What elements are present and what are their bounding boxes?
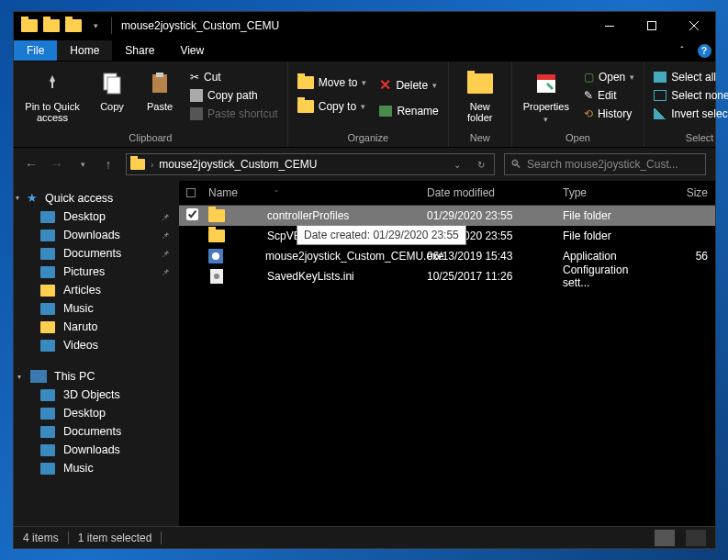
tab-home[interactable]: Home [57,40,112,61]
sidebar-item-articles[interactable]: Articles [14,281,179,299]
large-icons-view-button[interactable] [686,530,706,546]
selectnone-button[interactable]: Select none [650,87,728,104]
invertselection-button[interactable]: Invert selection [650,106,728,122]
paste-icon [145,69,174,98]
column-type[interactable]: Type [555,186,664,199]
svg-rect-0 [605,26,614,27]
sidebar-pc-music[interactable]: Music [14,459,179,477]
column-name[interactable]: Name˄ [201,186,420,199]
copy-icon [97,69,127,98]
search-icon: 🔍︎ [510,158,521,171]
address-folder-icon [130,159,145,170]
pin-icon: 📌︎ [161,267,170,277]
sidebar-pc-documents[interactable]: Documents [14,422,179,441]
moveto-icon [297,76,314,89]
minimize-button[interactable] [588,12,631,39]
up-button[interactable]: ↑ [100,157,117,172]
svg-rect-1 [648,22,656,30]
copyto-button[interactable]: Copy to [294,98,371,115]
sidebar-item-naruto[interactable]: Naruto [14,318,179,336]
svg-rect-10 [187,189,196,197]
sidebar-item-documents[interactable]: Documents📌︎ [14,244,179,263]
sidebar-item-pictures[interactable]: Pictures📌︎ [14,263,179,281]
doc-icon [39,425,56,438]
sidebar-pc-downloads[interactable]: Downloads [14,441,179,459]
open-group-label: Open [518,130,639,145]
row-checkbox[interactable] [186,208,198,220]
newfolder-label: New folder [460,101,500,123]
file-row[interactable]: SavedKeyLists.ini 10/25/2017 11:26 Confi… [179,266,715,286]
copy-label: Copy [100,101,124,112]
address-bar[interactable]: › mouse2joystick_Custom_CEMU ⌄ ↻ [126,153,495,175]
history-button[interactable]: ⟲History [580,106,638,122]
svg-rect-5 [107,77,120,94]
sidebar-quickaccess[interactable]: ★ Quick access [14,188,179,207]
sidebar-pc-3dobjects[interactable]: 3D Objects [14,386,179,404]
delete-button[interactable]: ✕Delete [375,74,442,95]
tab-file[interactable]: File [14,40,57,61]
help-icon[interactable]: ? [693,44,715,58]
svg-point-12 [212,252,219,260]
ribbon-collapse-icon[interactable]: ˆ [671,46,693,56]
column-headers[interactable]: Name˄ Date modified Type Size [179,181,715,206]
organize-group-label: Organize [294,130,442,145]
search-box[interactable]: 🔍︎ Search mouse2joystick_Cust... [504,153,706,175]
pin-quickaccess-button[interactable]: Pin to Quick access [19,67,85,125]
down-icon [39,229,56,241]
rename-button[interactable]: Rename [375,103,442,119]
sidebar-item-desktop[interactable]: Desktop📌︎ [14,207,179,226]
music-icon [39,302,56,315]
file-date: 01/29/2020 23:55 [420,209,555,222]
cut-button[interactable]: ✂Cut [186,69,282,85]
back-button[interactable]: ← [23,157,39,172]
doc-icon [39,247,56,260]
sidebar-item-videos[interactable]: Videos [14,336,179,354]
qat-dropdown-icon[interactable]: ▾ [85,16,106,36]
qat-newfolder-icon[interactable] [63,16,84,36]
desktop-icon [39,210,56,223]
sidebar[interactable]: ★ Quick access Desktop📌︎ Downloads📌︎ Doc… [14,181,179,526]
selectall-button[interactable]: Select all [650,69,728,85]
sidebar-item-downloads[interactable]: Downloads📌︎ [14,226,179,244]
moveto-button[interactable]: Move to [294,74,371,91]
close-button[interactable] [673,12,715,39]
file-type: File folder [555,230,664,242]
refresh-button[interactable]: ↻ [472,160,490,170]
open-icon: ▢ [584,71,594,84]
tab-view[interactable]: View [167,40,217,61]
address-dropdown-icon[interactable]: ⌄ [448,160,466,170]
properties-button[interactable]: Properties [518,67,575,126]
sidebar-thispc[interactable]: This PC [14,367,179,386]
edit-button[interactable]: ✎Edit [580,87,638,104]
tab-share[interactable]: Share [112,40,167,61]
newfolder-button[interactable]: New folder [454,67,506,125]
forward-button[interactable]: → [49,157,65,172]
sidebar-item-music[interactable]: Music [14,299,179,318]
titlebar[interactable]: ▾ mouse2joystick_Custom_CEMU [14,12,715,39]
column-size[interactable]: Size [664,186,715,199]
sidebar-pc-desktop[interactable]: Desktop [14,404,179,422]
paste-sc-icon [190,107,203,120]
paste-shortcut-button[interactable]: Paste shortcut [186,106,282,122]
paste-button[interactable]: Paste [139,67,181,114]
desktop-icon [39,407,56,420]
copypath-button[interactable]: Copy path [186,87,282,104]
recent-dropdown[interactable]: ▾ [74,160,91,169]
column-checkbox[interactable] [179,188,201,197]
open-button[interactable]: ▢Open [580,69,638,85]
details-view-button[interactable] [655,530,675,546]
explorer-window: ▾ mouse2joystick_Custom_CEMU File Home S… [13,11,716,549]
window-title: mouse2joystick_Custom_CEMU [118,19,588,32]
music-icon [39,462,56,475]
file-row[interactable]: controllerProfiles 01/29/2020 23:55 File… [179,206,715,226]
invert-icon [654,108,666,119]
column-date[interactable]: Date modified [420,186,555,199]
pic-icon [39,265,56,278]
file-icon [208,208,225,223]
maximize-button[interactable] [631,12,673,39]
qat-properties-icon[interactable] [41,16,62,36]
pin-icon: 📌︎ [161,249,170,259]
file-icon [208,229,225,243]
copy-button[interactable]: Copy [91,67,133,114]
history-icon: ⟲ [584,107,593,120]
